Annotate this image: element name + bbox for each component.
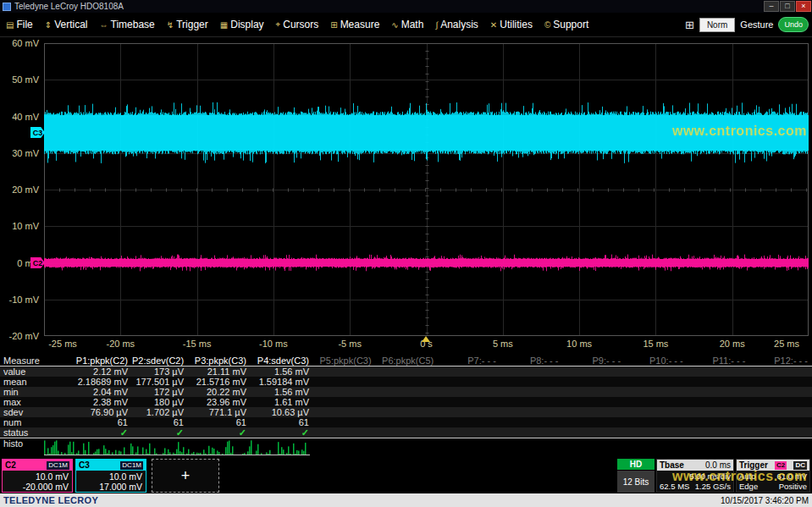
trigger-time-marker[interactable] [422, 336, 430, 342]
menu-item-display[interactable]: ▦Display [214, 13, 270, 37]
measure-row-label: sdev [0, 407, 47, 417]
close-button[interactable]: × [796, 1, 811, 12]
acquisition-cluster: HD 12 Bits Tbase 0.0 ms 5.00 ms/div 62.5… [617, 459, 810, 493]
table-grid-icon[interactable]: ⊞ [685, 19, 694, 31]
trigger-box[interactable]: Trigger C2 DC Auto 61.0 mV Edge Positive [736, 459, 810, 493]
measure-col-p11[interactable]: P11:- - - [688, 355, 750, 366]
measure-cell: 10.63 µV [251, 407, 313, 417]
y-axis-label: -10 mV [0, 295, 39, 306]
measure-col-p12[interactable]: P12:- - - [749, 355, 812, 366]
menu-item-label: Measure [340, 19, 380, 30]
measure-col-p4[interactable]: P4:sdev(C3) [251, 355, 313, 366]
measure-cell: ✓ [132, 427, 188, 438]
measure-row-label: num [0, 417, 47, 427]
measure-cell: 173 µV [132, 366, 188, 377]
menu-item-vertical[interactable]: ⇕Vertical [39, 13, 94, 37]
measure-row-label: mean [0, 377, 47, 387]
measure-col-p2[interactable]: P2:sdev(C2) [132, 355, 188, 366]
menu-item-support[interactable]: ©Support [539, 13, 594, 37]
menu-item-label: File [16, 19, 32, 30]
minimize-button[interactable]: – [764, 1, 779, 12]
channel-box-c2[interactable]: C2 DC1M 10.0 mV -20.000 mV [2, 459, 73, 493]
measure-cell: 23.96 mV [188, 397, 251, 407]
channel-box-c3[interactable]: C3 DC1M 10.0 mV 17.000 mV [75, 459, 146, 493]
offset-value: 17.000 mV [76, 482, 146, 492]
histo-label: histo [0, 438, 44, 449]
vdiv-value: 10.0 mV [76, 471, 146, 482]
display-icon: ▦ [220, 20, 228, 30]
menu-item-analysis[interactable]: ∫Analysis [429, 13, 483, 37]
trigger-body: Auto 61.0 mV Edge Positive [737, 471, 809, 492]
measure-col-p1[interactable]: P1:pkpk(C2) [47, 355, 132, 366]
maximize-button[interactable]: □ [780, 1, 795, 12]
utilities-icon: ✕ [490, 20, 497, 30]
measure-rows: value2.12 mV173 µV21.11 mV1.56 mVmean2.1… [0, 366, 812, 438]
menu-item-label: Timebase [111, 19, 155, 30]
channel-box-header: C3 DC1M [76, 460, 146, 471]
menu-item-utilities[interactable]: ✕Utilities [484, 13, 539, 37]
app-icon [3, 3, 11, 11]
scope-grid[interactable] [44, 43, 809, 336]
menu-item-label: Trigger [176, 19, 208, 30]
menu-item-measure[interactable]: ⊞Measure [324, 13, 385, 37]
measure-cell: 1.56 mV [251, 366, 313, 377]
measure-cell: ✓ [251, 427, 313, 438]
measure-cell: 1.702 µV [132, 407, 188, 417]
measure-cell: 2.18689 mV [47, 377, 132, 387]
trigger-title: Trigger [739, 460, 768, 470]
menu-items: ▤File⇕Vertical⇔Timebase↯Trigger▦Display⌖… [0, 13, 594, 36]
measure-col-p6[interactable]: P6:pkpk(C5) [376, 355, 439, 366]
measure-header-row: MeasureP1:pkpk(C2)P2:sdev(C2)P3:pkpk(C3)… [0, 355, 812, 366]
menu-item-label: Utilities [500, 19, 533, 30]
x-axis-label: -15 ms [175, 339, 219, 349]
measure-row-label: value [0, 366, 47, 377]
hd-column: HD 12 Bits [617, 459, 655, 493]
menu-item-math[interactable]: ∿Math [385, 13, 429, 37]
measure-col-p8[interactable]: P8:- - - [500, 355, 563, 366]
measure-cell: 61 [251, 417, 313, 427]
timebase-samples: 62.5 MS [660, 482, 689, 492]
measure-row-value: value2.12 mV173 µV21.11 mV1.56 mV [0, 366, 812, 377]
menu-item-timebase[interactable]: ⇔Timebase [94, 13, 161, 37]
timebase-box[interactable]: Tbase 0.0 ms 5.00 ms/div 62.5 MS 1.25 GS… [656, 459, 734, 493]
vdiv-value: 10.0 mV [3, 471, 72, 482]
menu-item-cursors[interactable]: ⌖Cursors [270, 13, 325, 37]
menu-item-trigger[interactable]: ↯Trigger [161, 13, 214, 37]
measure-col-p10[interactable]: P10:- - - [625, 355, 688, 366]
y-axis-label: 10 mV [0, 221, 39, 232]
channel-box-body: 10.0 mV 17.000 mV [76, 471, 146, 492]
channel-label: C3 [79, 460, 90, 470]
menu-item-label: Support [553, 19, 588, 30]
trigger-mode: Auto [739, 471, 756, 482]
measure-row-sdev: sdev76.90 µV1.702 µV771.1 µV10.63 µV [0, 407, 812, 417]
undo-button[interactable]: Undo [778, 17, 809, 32]
histogram-area [44, 438, 310, 455]
channel-c3-marker[interactable]: C3 [30, 127, 45, 138]
measure-row-label: status [0, 427, 47, 438]
channel-c2-marker[interactable]: C2 [30, 257, 45, 268]
channel-descriptor-bar: C2 DC1M 10.0 mV -20.000 mV C3 DC1M 10.0 … [0, 457, 812, 493]
trigger-level: 61.0 mV [777, 471, 807, 482]
measure-row-label: max [0, 397, 47, 407]
measure-cell: 177.501 µV [132, 377, 188, 387]
trigger-type: Edge [739, 482, 758, 492]
measure-cell: ✓ [188, 427, 251, 438]
menu-item-file[interactable]: ▤File [0, 13, 39, 37]
bits-label: 12 Bits [617, 471, 655, 493]
clock-timestamp: 10/15/2017 3:46:20 PM [721, 496, 809, 505]
measure-row-min: min2.04 mV172 µV20.22 mV1.56 mV [0, 387, 812, 397]
measure-histograms [44, 439, 310, 455]
menu-bar: ▤File⇕Vertical⇔Timebase↯Trigger▦Display⌖… [0, 13, 812, 37]
timebase-position: 0.0 ms [705, 460, 731, 470]
math-icon: ∿ [391, 20, 398, 30]
norm-dropdown[interactable]: Norm [699, 18, 735, 32]
measure-col-p3[interactable]: P3:pkpk(C3) [188, 355, 251, 366]
measure-col-p5[interactable]: P5:pkpk(C3) [313, 355, 376, 366]
y-axis-label: 50 mV [0, 74, 39, 85]
measure-row-mean: mean2.18689 mV177.501 µV21.5716 mV1.5918… [0, 377, 812, 387]
add-trace-button[interactable]: + [152, 459, 219, 493]
measure-col-p7[interactable]: P7:- - - [438, 355, 500, 366]
measure-col-p9[interactable]: P9:- - - [563, 355, 626, 366]
measure-cell: 180 µV [132, 397, 188, 407]
measure-cell: 76.90 µV [47, 407, 132, 417]
